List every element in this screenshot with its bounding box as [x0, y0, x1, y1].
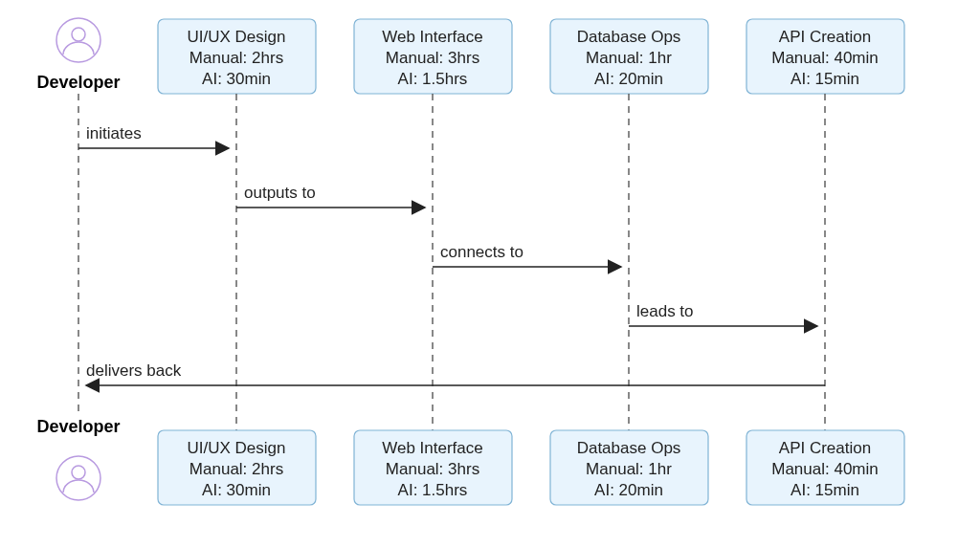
participant-ai: AI: 30min — [202, 70, 271, 88]
participant-box: Web Interface Manual: 3hrs AI: 1.5hrs — [354, 430, 512, 505]
message-arrow: leads to — [629, 302, 817, 326]
participant-manual: Manual: 3hrs — [386, 460, 479, 478]
actor-label-bottom: Developer — [36, 417, 120, 436]
participant-title: Database Ops — [577, 439, 681, 457]
actor-top: Developer — [36, 18, 120, 92]
participant-title: Web Interface — [382, 439, 483, 457]
participant-title: UI/UX Design — [188, 439, 286, 457]
participant-manual: Manual: 2hrs — [189, 460, 283, 478]
participant-manual: Manual: 40min — [771, 460, 879, 478]
participant-manual: Manual: 2hrs — [189, 49, 283, 67]
participant-title: API Creation — [779, 28, 871, 46]
participant-box: API Creation Manual: 40min AI: 15min — [746, 19, 904, 94]
actor-bottom: Developer — [36, 417, 120, 500]
participant-ai: AI: 1.5hrs — [398, 70, 468, 88]
message-arrow: initiates — [78, 124, 229, 148]
participant-ai: AI: 15min — [791, 70, 859, 88]
participant-box: Database Ops Manual: 1hr AI: 20min — [550, 19, 708, 94]
message-label: connects to — [440, 243, 523, 261]
participant-box: API Creation Manual: 40min AI: 15min — [746, 430, 904, 505]
user-icon — [72, 28, 85, 41]
participant-title: API Creation — [779, 439, 871, 457]
sequence-diagram: Developer UI/UX Design Manual: 2hrs AI: … — [0, 0, 980, 547]
user-icon — [56, 18, 100, 62]
user-icon — [72, 466, 85, 479]
participant-box: Database Ops Manual: 1hr AI: 20min — [550, 430, 708, 505]
message-arrow: delivers back — [86, 361, 825, 385]
participant-manual: Manual: 3hrs — [386, 49, 479, 67]
participant-box: UI/UX Design Manual: 2hrs AI: 30min — [158, 19, 316, 94]
participant-box: Web Interface Manual: 3hrs AI: 1.5hrs — [354, 19, 512, 94]
user-icon — [63, 42, 94, 55]
participant-ai: AI: 15min — [791, 481, 859, 499]
user-icon — [56, 456, 100, 500]
participant-manual: Manual: 1hr — [586, 49, 672, 67]
participant-ai: AI: 1.5hrs — [398, 481, 468, 499]
participant-ai: AI: 30min — [202, 481, 271, 499]
message-arrow: outputs to — [236, 184, 425, 208]
participant-title: UI/UX Design — [188, 28, 286, 46]
participant-ai: AI: 20min — [594, 70, 663, 88]
message-label: outputs to — [244, 184, 316, 202]
user-icon — [63, 480, 94, 492]
participant-title: Web Interface — [382, 28, 483, 46]
participant-box: UI/UX Design Manual: 2hrs AI: 30min — [158, 430, 316, 505]
participant-manual: Manual: 40min — [771, 49, 879, 67]
participant-title: Database Ops — [577, 28, 681, 46]
message-arrow: connects to — [433, 243, 621, 267]
actor-label-top: Developer — [36, 73, 120, 92]
participant-manual: Manual: 1hr — [586, 460, 672, 478]
message-label: initiates — [86, 124, 142, 142]
message-label: leads to — [636, 302, 694, 320]
message-label: delivers back — [86, 361, 182, 380]
participant-ai: AI: 20min — [594, 481, 663, 499]
